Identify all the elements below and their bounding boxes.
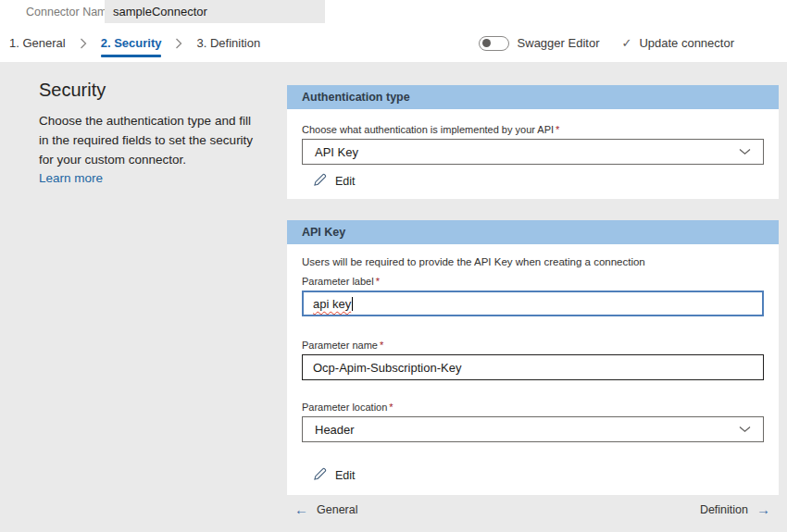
- authentication-type-value: API Key: [315, 145, 358, 159]
- api-key-description: Users will be required to provide the AP…: [302, 256, 764, 267]
- required-marker: *: [376, 276, 380, 287]
- swagger-editor-toggle[interactable]: [479, 36, 509, 51]
- security-intro-panel: Security Choose the authentication type …: [39, 80, 263, 185]
- chevron-right-icon: [80, 38, 87, 49]
- parameter-location-dropdown[interactable]: Header: [302, 416, 764, 442]
- authentication-type-card: Authentication type Choose what authenti…: [287, 85, 779, 199]
- back-label: General: [317, 503, 357, 516]
- authentication-type-dropdown[interactable]: API Key: [302, 139, 764, 165]
- required-marker: *: [556, 124, 559, 135]
- parameter-location-field-label: Parameter location*: [302, 402, 764, 413]
- authentication-type-card-body: Choose what authentication is implemente…: [287, 109, 779, 199]
- parameter-name-input[interactable]: [302, 354, 764, 380]
- connector-name-bar: Connector Name: [0, 0, 787, 24]
- parameter-label-input[interactable]: api key: [302, 291, 764, 316]
- chevron-down-icon: [739, 145, 751, 159]
- tab-security[interactable]: 2. Security: [101, 24, 162, 62]
- edit-authentication-button[interactable]: Edit: [313, 173, 356, 190]
- required-marker: *: [389, 402, 393, 413]
- parameter-label-value: api key: [313, 297, 351, 311]
- api-key-card-header: API Key: [287, 220, 779, 244]
- parameter-label-field-label: Parameter label*: [302, 276, 764, 287]
- back-to-general-button[interactable]: ← General: [294, 502, 357, 516]
- text-cursor: [352, 297, 353, 311]
- edit-label: Edit: [335, 469, 356, 482]
- field-label-text: Choose what authentication is implemente…: [302, 124, 554, 135]
- swagger-editor-label: Swagger Editor: [518, 36, 600, 50]
- next-label: Definition: [700, 503, 748, 516]
- parameter-name-field-label: Parameter name*: [302, 340, 764, 351]
- wizard-steps: 1. General 2. Security 3. Definition: [9, 24, 260, 62]
- wizard-footer-nav: ← General Definition →: [287, 502, 779, 523]
- chevron-down-icon: [739, 423, 751, 437]
- edit-pencil-icon: [313, 173, 327, 190]
- checkmark-icon: ✓: [621, 36, 631, 50]
- api-key-card: API Key Users will be required to provid…: [287, 220, 779, 495]
- tab-definition[interactable]: 3. Definition: [196, 24, 260, 62]
- learn-more-link[interactable]: Learn more: [39, 171, 263, 185]
- field-label-text: Parameter location: [302, 402, 387, 413]
- wizard-nav: 1. General 2. Security 3. Definition Swa…: [0, 24, 787, 62]
- parameter-location-value: Header: [315, 423, 355, 437]
- connector-name-label: Connector Name: [26, 6, 114, 19]
- page-description: Choose the authentication type and fill …: [39, 111, 263, 170]
- connector-name-input[interactable]: [105, 0, 325, 23]
- toggle-knob-icon: [482, 39, 491, 47]
- update-connector-button[interactable]: ✓ Update connector: [621, 36, 734, 50]
- field-label-text: Parameter name: [302, 340, 378, 351]
- edit-api-key-button[interactable]: Edit: [313, 467, 356, 484]
- api-key-card-body: Users will be required to provide the AP…: [287, 244, 779, 495]
- page-title: Security: [39, 80, 263, 101]
- edit-pencil-icon: [313, 467, 327, 484]
- tab-general[interactable]: 1. General: [9, 24, 66, 62]
- required-marker: *: [380, 340, 383, 351]
- next-to-definition-button[interactable]: Definition →: [700, 502, 770, 516]
- update-connector-label: Update connector: [639, 36, 734, 50]
- wizard-actions: Swagger Editor ✓ Update connector: [479, 24, 734, 62]
- edit-label: Edit: [335, 175, 356, 188]
- authentication-type-field-label: Choose what authentication is implemente…: [302, 124, 764, 135]
- chevron-right-icon: [175, 38, 182, 49]
- authentication-type-card-header: Authentication type: [287, 85, 779, 109]
- field-label-text: Parameter label: [302, 276, 374, 287]
- arrow-right-icon: →: [756, 502, 770, 516]
- arrow-left-icon: ←: [294, 502, 308, 516]
- security-page-content: Security Choose the authentication type …: [0, 62, 787, 532]
